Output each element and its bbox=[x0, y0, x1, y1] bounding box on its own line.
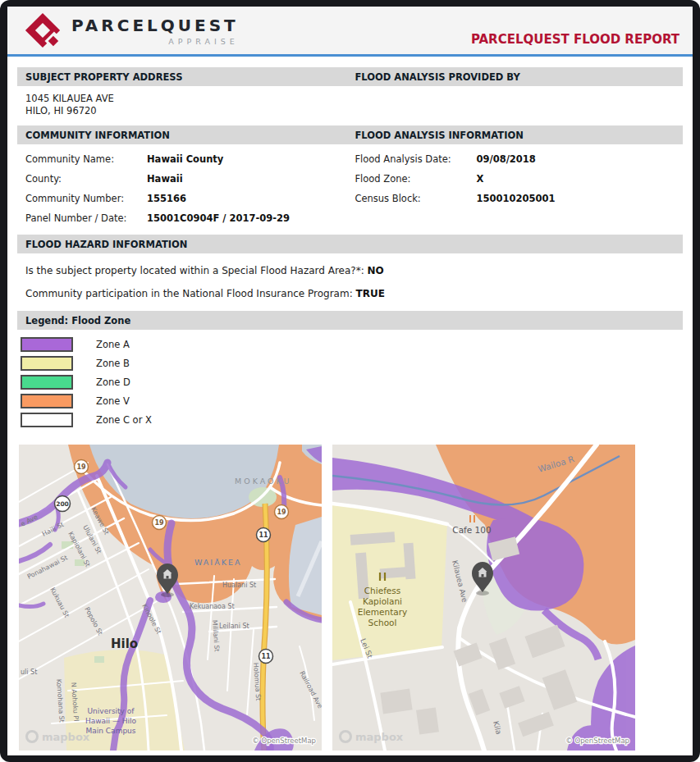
subject-property-header: SUBJECT PROPERTY ADDRESS bbox=[17, 71, 346, 83]
table-row: Community Number:155166 bbox=[17, 189, 346, 208]
shield-19-label: 19 bbox=[277, 509, 286, 516]
analysis-info-header: FLOOD ANALYSIS INFORMATION bbox=[346, 130, 683, 141]
row-value: 155166 bbox=[147, 193, 186, 204]
brand-text: PARCELQUEST APPRAISE bbox=[71, 16, 239, 46]
map-label-uli: uli St bbox=[21, 668, 37, 676]
table-row: Community Name:Hawaii County bbox=[17, 149, 346, 169]
zone-a-swatch bbox=[21, 337, 73, 352]
zone-cx-swatch bbox=[21, 413, 73, 427]
row-value: 09/08/2018 bbox=[476, 153, 535, 165]
hazard-content: Is the subject property located within a… bbox=[17, 253, 683, 311]
mapbox-wordmark: mapbox bbox=[42, 731, 90, 743]
map-label-school-2: Kapiolani bbox=[363, 596, 402, 606]
flood-map-detail: Wailoa R Cafe 100 Chiefess Kapiolani Ele… bbox=[332, 445, 635, 751]
map-canvas-right: Wailoa R Cafe 100 Chiefess Kapiolani Ele… bbox=[332, 445, 635, 751]
section-bar-hazard: FLOOD HAZARD INFORMATION bbox=[17, 235, 683, 253]
shield-200-label: 200 bbox=[56, 500, 69, 508]
section-bar-address-providedby: SUBJECT PROPERTY ADDRESS FLOOD ANALYSIS … bbox=[17, 67, 683, 86]
question-answer: TRUE bbox=[356, 288, 385, 299]
row-label: Panel Number / Date: bbox=[25, 212, 147, 224]
parcelquest-logo-icon bbox=[24, 11, 62, 49]
section-bar-legend: Legend: Flood Zone bbox=[17, 311, 683, 330]
legend-label: Zone A bbox=[96, 339, 130, 350]
legend-item: Zone B bbox=[21, 354, 683, 372]
row-value: 150010205001 bbox=[476, 193, 555, 204]
map-label-university-1: University of bbox=[88, 707, 135, 715]
row-value: X bbox=[476, 173, 483, 185]
community-info-header: COMMUNITY INFORMATION bbox=[17, 130, 346, 141]
map-label-leilani: Leilani St bbox=[219, 623, 249, 630]
mapbox-wordmark: mapbox bbox=[355, 731, 404, 743]
legend-item: Zone V bbox=[21, 392, 683, 410]
brand-title: PARCELQUEST bbox=[71, 16, 239, 35]
legend-label: Zone B bbox=[96, 358, 130, 369]
row-label: Community Number: bbox=[25, 193, 147, 204]
zone-b-swatch bbox=[21, 356, 73, 371]
row-label: Flood Zone: bbox=[355, 173, 476, 185]
zone-d-swatch bbox=[21, 375, 73, 390]
flood-report-page: PARCELQUEST APPRAISE PARCELQUEST FLOOD R… bbox=[7, 7, 693, 755]
map-label-waiakea: WAIĀKEA bbox=[194, 558, 241, 567]
mapbox-logo: mapbox bbox=[339, 730, 404, 743]
shield-11-label: 11 bbox=[258, 532, 268, 539]
table-row: Census Block:150010205001 bbox=[346, 189, 683, 208]
osm-attribution: © OpenStreetMap bbox=[565, 737, 629, 745]
mapbox-logo: mapbox bbox=[25, 730, 90, 743]
hazard-question-2: Community participation in the National … bbox=[25, 288, 683, 299]
legend-label: Zone C or X bbox=[96, 414, 152, 426]
subject-property-address: 1045 KILAUEA AVE HILO, HI 96720 bbox=[17, 86, 346, 125]
school-parcel bbox=[332, 502, 447, 660]
flood-map-overview: 19 19 19 200 11 11 MOKAOKU WAIĀKEA Hilo bbox=[19, 445, 322, 751]
row-label: Census Block: bbox=[355, 193, 476, 204]
hazard-header: FLOOD HAZARD INFORMATION bbox=[17, 239, 346, 250]
map-label-mokaoku: MOKAOKU bbox=[235, 477, 291, 486]
parcelquest-brand: PARCELQUEST APPRAISE bbox=[24, 11, 239, 49]
question-answer: NO bbox=[368, 265, 384, 276]
legend-label: Zone D bbox=[96, 376, 130, 388]
table-row: Panel Number / Date:15001C0904F / 2017-0… bbox=[17, 208, 346, 228]
question-text: Community participation in the National … bbox=[25, 288, 353, 299]
report-title: PARCELQUEST FLOOD REPORT bbox=[471, 32, 679, 47]
row-value: 15001C0904F / 2017-09-29 bbox=[147, 212, 290, 224]
address-line-1: 1045 KILAUEA AVE bbox=[25, 93, 346, 105]
row-label: Flood Analysis Date: bbox=[355, 153, 476, 165]
row-value: Hawaii County bbox=[147, 153, 223, 165]
legend-header: Legend: Flood Zone bbox=[17, 315, 346, 326]
report-frame: PARCELQUEST APPRAISE PARCELQUEST FLOOD R… bbox=[0, 0, 700, 762]
shield-19-label: 19 bbox=[76, 463, 86, 471]
provided-by-header: FLOOD ANALYSIS PROVIDED BY bbox=[346, 71, 683, 83]
row-value: Hawaii bbox=[147, 173, 183, 185]
map-label-hilo: Hilo bbox=[111, 637, 138, 651]
provided-by-content bbox=[346, 86, 683, 125]
legend-item: Zone A bbox=[21, 335, 683, 354]
map-label-school-3: Elementary bbox=[358, 607, 407, 617]
report-content: SUBJECT PROPERTY ADDRESS FLOOD ANALYSIS … bbox=[7, 57, 693, 755]
map-label-school-1: Chiefess bbox=[364, 586, 400, 595]
map-label-hualani: Hualani St bbox=[222, 582, 256, 589]
zone-v-swatch bbox=[21, 394, 73, 408]
table-row: Flood Zone:X bbox=[346, 169, 683, 189]
address-line-2: HILO, HI 96720 bbox=[25, 105, 346, 117]
map-label-university-3: Main Campus bbox=[85, 727, 135, 735]
map-label-university-2: Hawaii — Hilo bbox=[85, 717, 137, 725]
report-header: PARCELQUEST APPRAISE PARCELQUEST FLOOD R… bbox=[7, 7, 693, 57]
legend-label: Zone V bbox=[96, 395, 130, 407]
shield-11-label: 11 bbox=[261, 653, 271, 660]
community-info-table: Community Name:Hawaii County County:Hawa… bbox=[17, 149, 346, 228]
flood-zone-legend: Zone A Zone B Zone D Zone V Zone C or X bbox=[17, 330, 683, 431]
analysis-info-table: Flood Analysis Date:09/08/2018 Flood Zon… bbox=[346, 149, 683, 228]
row-label: Community Name: bbox=[25, 153, 147, 165]
flood-maps: 19 19 19 200 11 11 MOKAOKU WAIĀKEA Hilo bbox=[17, 445, 683, 751]
shield-19-label: 19 bbox=[154, 519, 164, 527]
table-row: County:Hawaii bbox=[17, 169, 346, 189]
row-label: County: bbox=[25, 173, 147, 185]
map-canvas-left: 19 19 19 200 11 11 MOKAOKU WAIĀKEA Hilo bbox=[19, 445, 322, 751]
brand-subtitle: APPRAISE bbox=[168, 37, 239, 46]
table-row: Flood Analysis Date:09/08/2018 bbox=[346, 149, 683, 169]
map-label-school-4: School bbox=[368, 618, 397, 627]
map-label-cafe-100: Cafe 100 bbox=[452, 525, 491, 535]
question-text: Is the subject property located within a… bbox=[25, 265, 364, 276]
legend-item: Zone D bbox=[21, 373, 683, 391]
legend-item: Zone C or X bbox=[21, 411, 683, 429]
osm-attribution: © OpenStreetMap bbox=[252, 737, 316, 745]
